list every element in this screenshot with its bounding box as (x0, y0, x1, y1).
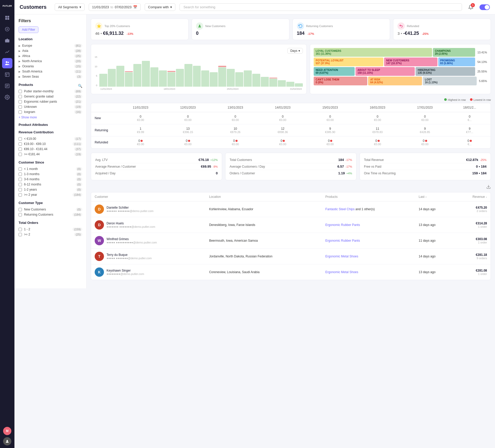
show-more-button[interactable]: + Show more (19, 116, 82, 119)
checkbox-rev-2[interactable] (19, 142, 22, 146)
filter-label-africa: Africa (22, 54, 74, 58)
stat-card-header-returning: Returning Customers (297, 22, 386, 30)
rfm-cell-potential[interactable]: POTENTIAL LOYALIST 537 (37.9%) (314, 58, 383, 66)
filter-item-cs-4[interactable]: 6-12 months (0) (19, 182, 82, 187)
col-last[interactable]: Last ↕ (415, 192, 455, 201)
rfm-cell-champions[interactable]: CHAMPIONS 29 (2.05%) (433, 48, 475, 57)
user-avatar-2[interactable] (3, 437, 11, 445)
user-avatar[interactable]: M (3, 427, 11, 435)
filter-item-to-2[interactable]: >= 2 (25) (19, 232, 82, 237)
checkbox-product-3[interactable] (19, 100, 22, 103)
checkbox-ct-2[interactable] (19, 213, 22, 216)
compare-with-selector[interactable]: Compare with ▾ (145, 3, 175, 11)
product-search-icon[interactable]: 🔍 (78, 84, 82, 88)
filter-item-ct-1[interactable]: New Customers (0) (19, 207, 82, 212)
date-range-selector[interactable]: 11/01/2023 to 07/02/2023 📅 (89, 3, 141, 11)
products-2[interactable]: Ergonomic Rubber Pants (322, 217, 415, 233)
products-1[interactable]: Fantastic Steel Chips and 1 other(s) (322, 201, 415, 217)
filter-item-rev-3[interactable]: €89.10 - €181.44 (37) (19, 146, 82, 152)
checkbox-product-4[interactable] (19, 105, 22, 109)
checkbox-cs-4[interactable] (19, 183, 22, 186)
checkbox-to-2[interactable] (19, 233, 22, 236)
rfm-cell-cant-lose[interactable]: CAN'T LOSE THEM 0 (0%) (314, 77, 368, 85)
checkbox-product-1[interactable] (19, 90, 22, 93)
rfm-cell-new[interactable]: NEW CUSTOMERS 147 (10.37%) (384, 58, 437, 66)
filter-item-to-1[interactable]: 1 - 2 (159) (19, 227, 82, 232)
sidebar-icon-settings[interactable] (2, 92, 12, 102)
checkbox-ct-1[interactable] (19, 208, 22, 211)
checkbox-cs-3[interactable] (19, 178, 22, 181)
products-3[interactable]: Ergonomic Rubber Pants (322, 233, 415, 249)
rfm-cell-promising[interactable]: PROMISING 83 (5.86%) (438, 58, 475, 66)
rfm-cell-lost[interactable]: LOST 16 (1.13%) (423, 77, 477, 85)
customer-name-3[interactable]: Winifred Grimes (107, 237, 157, 241)
cell-new-1: 0€0.00 (117, 112, 164, 124)
search-input[interactable]: Search for something (180, 3, 462, 11)
customer-name-2[interactable]: Deron Huels (107, 222, 155, 225)
bar-group-17 (244, 56, 252, 87)
checkbox-product-2[interactable] (19, 95, 22, 98)
sidebar-icon-customers[interactable] (2, 58, 12, 68)
filter-item-ct-2[interactable]: Returning Customers (184) (19, 212, 82, 217)
filter-item-product-1[interactable]: Putler starter-monthly (69) (19, 89, 82, 94)
stat-label-refunded: Refunded (407, 25, 419, 28)
rfm-cell-about-sleep[interactable]: ABOUT TO SLEEP 158 (11.15%) (355, 67, 415, 76)
filter-item-rev-4[interactable]: >= €181.44 (19) (19, 152, 82, 157)
filter-item-cs-3[interactable]: 3-6 months (0) (19, 177, 82, 182)
filter-item-product-4[interactable]: Unknown (19) (19, 104, 82, 109)
products-5[interactable]: Ergonomic Metal Shoes (322, 264, 415, 280)
checkbox-cs-5[interactable] (19, 188, 22, 191)
filter-item-north-america[interactable]: ▶ North America (20) (19, 59, 82, 64)
checkbox-cs-2[interactable] (19, 173, 22, 176)
sidebar-icon-analytics[interactable] (2, 24, 12, 34)
col-revenue[interactable]: Revenue ↓ (455, 192, 491, 201)
sidebar-icon-reports[interactable] (2, 81, 12, 91)
checkbox-product-5[interactable] (19, 110, 22, 114)
filter-item-cs-6[interactable]: >= 2 year (184) (19, 192, 82, 197)
filter-item-europe[interactable]: ▶ Europe (81) (19, 43, 82, 48)
sidebar-icon-revenue[interactable] (2, 47, 12, 57)
filter-item-asia[interactable]: ▶ Asia (28) (19, 48, 82, 53)
customer-name-4[interactable]: Terry du Buque (107, 253, 152, 257)
filter-item-seven-seas[interactable]: ▶ Seven Seas (3) (19, 74, 82, 79)
customers-table: Customer Location Products Last ↕ Revenu… (91, 192, 491, 280)
sidebar-icon-orders[interactable] (2, 69, 12, 80)
filter-item-cs-1[interactable]: < 1 month (0) (19, 166, 82, 172)
segment-selector[interactable]: All Segments ▾ (55, 3, 85, 11)
revenue-2: €314.28 1 order (455, 217, 491, 233)
checkbox-cs-1[interactable] (19, 167, 22, 171)
customer-name-5[interactable]: Keyshawn Singer (107, 269, 144, 272)
filter-item-oceania[interactable]: ▶ Oceania (15) (19, 64, 82, 69)
filter-item-cs-5[interactable]: 1-2 years (0) (19, 187, 82, 192)
rfm-cell-hibernating[interactable]: HIBERNATING 135 (9.53%) (416, 67, 475, 76)
checkbox-cs-6[interactable] (19, 193, 22, 197)
col-customer: Customer (91, 192, 206, 201)
filter-item-africa[interactable]: ▶ Africa (25) (19, 53, 82, 59)
download-button[interactable] (486, 184, 491, 189)
filter-label-rev-1: < €19.00 (24, 137, 74, 141)
svg-point-17 (7, 96, 8, 98)
days-button[interactable]: Days ▾ (287, 48, 303, 54)
cell-ret-4: 12€898.36 (259, 124, 306, 136)
customer-name-1[interactable]: Danielle Schiller (107, 206, 153, 209)
add-filter-button[interactable]: Add Filter (19, 26, 38, 33)
checkbox-to-1[interactable] (19, 228, 22, 231)
rfm-cell-loyal[interactable]: LOYAL CUSTOMERS 161 (11.36%) (314, 48, 432, 57)
theme-toggle[interactable] (480, 4, 490, 10)
sidebar-icon-dashboard[interactable] (2, 13, 12, 23)
filter-item-rev-2[interactable]: €19.00 - €89.10 (111) (19, 141, 82, 146)
checkbox-rev-1[interactable] (19, 137, 22, 141)
rfm-cell-at-risk[interactable]: AT RISK 64 (4.52%) (368, 77, 422, 85)
filter-item-rev-1[interactable]: < €19.00 (17) (19, 136, 82, 141)
sidebar-icon-products[interactable] (2, 35, 12, 46)
notification-bell[interactable]: 5 (466, 3, 475, 12)
filter-item-south-america[interactable]: ▶ South America (11) (19, 69, 82, 74)
filter-item-cs-2[interactable]: 1-3 months (0) (19, 172, 82, 177)
checkbox-rev-4[interactable] (19, 153, 22, 156)
rfm-cell-need-att[interactable]: NEED ATTENTION 69 (4.87%) (314, 67, 355, 76)
filter-item-product-5[interactable]: Icegram (16) (19, 109, 82, 115)
filter-item-product-3[interactable]: Ergonomic rubber pants (21) (19, 99, 82, 104)
checkbox-rev-3[interactable] (19, 148, 22, 151)
filter-item-product-2[interactable]: Generic granite salad (22) (19, 94, 82, 99)
products-4[interactable]: Ergonomic Metal Shoes (322, 249, 415, 264)
